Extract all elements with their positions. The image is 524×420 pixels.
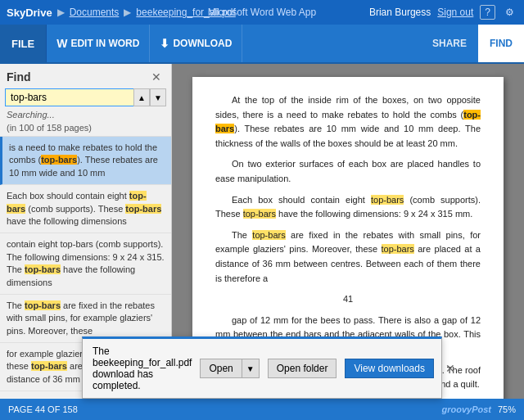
title-bar: SkyDrive ▶ Documents ▶ beekeeping_for_al… (0, 0, 524, 25)
find-close-button[interactable]: ✕ (148, 69, 165, 85)
signout-link[interactable]: Sign out (437, 7, 473, 18)
download-toast-message: The beekeeping_for_all.pdf download has … (93, 345, 192, 391)
find-search-box: ▲ ▼ (5, 88, 166, 106)
find-result-2[interactable]: Each box should contain eight top-bars (… (0, 185, 171, 233)
word-icon: W (56, 37, 67, 50)
skydrive-logo[interactable]: SkyDrive (7, 7, 52, 19)
download-button[interactable]: ⬇ DOWNLOAD (150, 25, 242, 62)
download-label: DOWNLOAD (173, 38, 232, 49)
groovypost-logo: groovyPost (441, 404, 491, 414)
download-toast: The beekeeping_for_all.pdf download has … (82, 336, 442, 399)
edit-in-word-button[interactable]: W EDIT IN WORD (47, 25, 150, 62)
app-title: Microsoft Word Web App (208, 7, 316, 18)
doc-para-2: On two exterior surfaces of each box are… (215, 157, 481, 186)
doc-para-3: Each box should contain eight top-bars (… (215, 193, 481, 222)
settings-icon[interactable]: ⚙ (502, 5, 517, 20)
find-count: (in 100 of 158 pages) (0, 123, 171, 136)
edit-in-word-label: EDIT IN WORD (70, 38, 139, 49)
open-folder-button[interactable]: Open folder (268, 359, 337, 378)
find-result-1[interactable]: is a need to make rebates to hold the co… (0, 137, 171, 185)
status-right: groovyPost 75% (441, 404, 516, 414)
title-bar-left: SkyDrive ▶ Documents ▶ beekeeping_for_al… (7, 7, 236, 19)
file-button[interactable]: FILE (0, 25, 47, 62)
tab-share[interactable]: SHARE (421, 25, 478, 62)
find-title: Find (7, 70, 31, 84)
ribbon-tabs: SHARE FIND (421, 25, 524, 62)
find-result-3[interactable]: contain eight top-bars (comb supports). … (0, 233, 171, 295)
download-icon: ⬇ (160, 37, 169, 50)
zoom-level: 75% (498, 404, 516, 414)
user-name: Brian Burgess (369, 7, 431, 18)
breadcrumb-sep2: ▶ (124, 7, 131, 18)
breadcrumb-documents[interactable]: Documents (70, 7, 120, 18)
tab-find[interactable]: FIND (478, 25, 524, 62)
find-header: Find ✕ (0, 64, 171, 88)
page-number: 41 (215, 292, 481, 307)
doc-para-1: At the top of the inside rim of the boxe… (215, 93, 481, 151)
help-icon[interactable]: ? (480, 5, 495, 20)
find-next-button[interactable]: ▼ (150, 88, 166, 106)
view-downloads-button[interactable]: View downloads (345, 359, 434, 378)
find-nav-buttons: ▲ ▼ (133, 88, 166, 106)
open-dropdown-button[interactable]: ▼ (242, 359, 260, 378)
breadcrumb-sep1: ▶ (57, 7, 65, 18)
open-button-group: Open ▼ (200, 359, 259, 378)
page-info: PAGE 44 OF 158 (8, 404, 78, 414)
ribbon: FILE W EDIT IN WORD ⬇ DOWNLOAD SHARE FIN… (0, 25, 524, 64)
find-prev-button[interactable]: ▲ (133, 88, 150, 106)
toast-close-button[interactable]: ✕ (442, 362, 458, 375)
status-left: PAGE 44 OF 158 (8, 404, 78, 414)
title-bar-right: Brian Burgess Sign out ? ⚙ (369, 5, 517, 20)
status-bar: PAGE 44 OF 158 groovyPost 75% (0, 399, 524, 420)
find-status: Searching... (0, 110, 171, 123)
open-button[interactable]: Open (200, 359, 241, 378)
doc-para-4: The top-bars are fixed in the rebates wi… (215, 228, 481, 286)
